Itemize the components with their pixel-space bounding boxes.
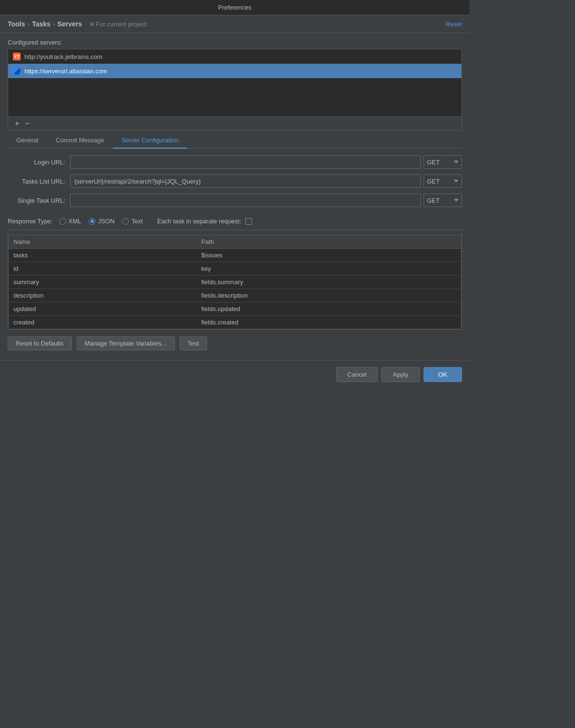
tabs-row: General Commit Message Server Configurat… [8, 133, 462, 149]
login-url-row: Login URL: GET POST PUT DELETE [8, 155, 462, 169]
table-row[interactable]: idkey [9, 262, 461, 276]
server-item-jira[interactable]: https://serverurl.atlassian.com [8, 64, 461, 78]
col-path-header: Path [196, 235, 461, 249]
preferences-dialog: Preferences Tools › Tasks › Servers ⊞ Fo… [0, 0, 470, 389]
table-cell-path: fields.updated [196, 302, 461, 316]
table-cell-path: $issues [196, 249, 461, 262]
login-url-input[interactable] [70, 155, 421, 169]
response-type-row: Response Type: XML JSON Text [8, 213, 462, 230]
server-list: YT http://youtrack.jetbrains.com https:/… [8, 49, 462, 117]
radio-text-label: Text [131, 218, 143, 225]
response-type-radio-group: XML JSON Text [59, 218, 143, 225]
add-server-button[interactable]: + [12, 119, 22, 128]
table-cell-path: fields.description [196, 289, 461, 302]
tab-server-configuration[interactable]: Server Configuration [113, 133, 187, 149]
server-list-empty [8, 78, 461, 116]
remove-server-button[interactable]: − [22, 119, 32, 128]
single-task-url-label: Single Task URL: [8, 197, 70, 204]
reset-link[interactable]: Reset [446, 21, 462, 28]
radio-json-label: JSON [98, 218, 115, 225]
tasks-list-url-input[interactable] [70, 174, 421, 188]
main-content: Configured servers: YT http://youtrack.j… [0, 33, 470, 360]
breadcrumb-sep-2: › [53, 21, 55, 28]
server-name-jira: https://serverurl.atlassian.com [24, 68, 107, 75]
table-row[interactable]: createdfields.created [9, 316, 461, 329]
jira-icon [13, 67, 21, 75]
mapping-table-wrapper: Name Path tasks$issuesidkeysummaryfields… [8, 230, 462, 330]
col-name-header: Name [9, 235, 197, 249]
table-header-row: Name Path [9, 235, 461, 249]
separate-request-checkbox[interactable] [245, 218, 252, 225]
breadcrumb-tools[interactable]: Tools [8, 20, 25, 28]
table-cell-name: id [9, 262, 197, 276]
table-cell-name: updated [9, 302, 197, 316]
radio-xml[interactable]: XML [59, 218, 81, 225]
table-cell-name: description [9, 289, 197, 302]
server-config-form: Login URL: GET POST PUT DELETE Tasks Lis… [8, 149, 462, 354]
radio-json[interactable]: JSON [89, 218, 115, 225]
apply-button[interactable]: Apply [381, 367, 420, 382]
dialog-footer: Cancel Apply OK [0, 360, 470, 389]
test-button[interactable]: Test [180, 336, 207, 350]
breadcrumb-project-label: For current project [96, 21, 147, 28]
breadcrumb-tasks[interactable]: Tasks [32, 20, 51, 28]
radio-text[interactable]: Text [122, 218, 143, 225]
mapping-table: Name Path tasks$issuesidkeysummaryfields… [8, 235, 461, 329]
table-cell-name: tasks [9, 249, 197, 262]
cancel-button[interactable]: Cancel [336, 367, 378, 382]
tab-general[interactable]: General [8, 133, 47, 149]
single-task-url-input[interactable] [70, 194, 421, 207]
dialog-title: Preferences [218, 4, 252, 11]
table-row[interactable]: updatedfields.updated [9, 302, 461, 316]
table-row[interactable]: tasks$issues [9, 249, 461, 262]
table-row[interactable]: summaryfields.summary [9, 276, 461, 289]
breadcrumb-project: ⊞ For current project [90, 21, 147, 28]
project-icon: ⊞ [90, 21, 94, 27]
mapping-table-scroll[interactable]: Name Path tasks$issuesidkeysummaryfields… [8, 230, 461, 329]
separate-request-group: Each task in separate request: [157, 218, 252, 225]
login-url-label: Login URL: [8, 159, 70, 166]
server-item-youtrack[interactable]: YT http://youtrack.jetbrains.com [8, 49, 461, 64]
radio-xml-label: XML [69, 218, 81, 225]
table-row[interactable]: descriptionfields.description [9, 289, 461, 302]
tasks-list-url-label: Tasks List URL: [8, 178, 70, 185]
server-name-youtrack: http://youtrack.jetbrains.com [24, 53, 103, 60]
breadcrumb-row: Tools › Tasks › Servers ⊞ For current pr… [0, 15, 470, 33]
response-type-label: Response Type: [8, 218, 53, 225]
reset-defaults-button[interactable]: Reset to Defaults [8, 336, 72, 350]
table-cell-path: fields.summary [196, 276, 461, 289]
title-bar: Preferences [0, 0, 470, 15]
single-task-url-method-select[interactable]: GET POST PUT DELETE [424, 194, 462, 207]
youtrack-icon: YT [13, 53, 21, 60]
list-actions: + − [8, 117, 462, 131]
tasks-list-url-row: Tasks List URL: GET POST PUT DELETE [8, 174, 462, 188]
table-cell-name: created [9, 316, 197, 329]
tab-commit-message[interactable]: Commit Message [47, 133, 113, 149]
tasks-list-url-method-select[interactable]: GET POST PUT DELETE [424, 174, 462, 188]
ok-button[interactable]: OK [424, 367, 462, 382]
radio-text-circle [122, 218, 129, 225]
table-cell-name: summary [9, 276, 197, 289]
breadcrumb-servers[interactable]: Servers [58, 20, 82, 28]
single-task-url-row: Single Task URL: GET POST PUT DELETE [8, 194, 462, 207]
breadcrumb-sep-1: › [27, 21, 29, 28]
radio-json-circle [89, 218, 95, 225]
separate-request-label: Each task in separate request: [157, 218, 242, 225]
radio-xml-circle [59, 218, 66, 225]
configured-servers-label: Configured servers: [8, 39, 462, 46]
login-url-method-select[interactable]: GET POST PUT DELETE [424, 155, 462, 169]
table-cell-path: key [196, 262, 461, 276]
bottom-actions: Reset to Defaults Manage Template Variab… [8, 330, 462, 354]
table-cell-path: fields.created [196, 316, 461, 329]
manage-variables-button[interactable]: Manage Template Variables... [77, 336, 175, 350]
